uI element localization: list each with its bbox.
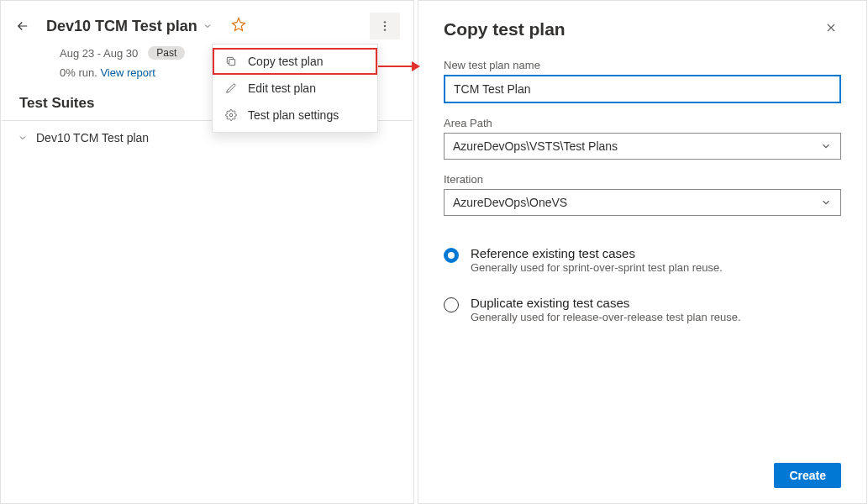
menu-item-label: Edit test plan: [248, 81, 316, 95]
area-path-label: Area Path: [444, 117, 841, 129]
radio-duplicate-existing[interactable]: Duplicate existing test cases Generally …: [444, 296, 841, 323]
svg-point-1: [384, 25, 386, 27]
copy-test-plan-dialog: Copy test plan New test plan name Area P…: [418, 0, 867, 504]
kebab-menu-icon: [378, 19, 392, 33]
radio-title: Duplicate existing test cases: [471, 296, 741, 310]
radio-unselected-icon: [444, 297, 459, 312]
plan-title-text: Dev10 TCM Test plan: [46, 18, 197, 35]
plan-title-dropdown[interactable]: Dev10 TCM Test plan: [39, 14, 219, 39]
radio-title: Reference existing test cases: [471, 246, 723, 260]
radio-selected-icon: [444, 248, 459, 263]
dialog-footer: Create: [444, 453, 841, 488]
menu-item-label: Copy test plan: [248, 55, 324, 68]
date-range-text: Aug 23 - Aug 30: [60, 47, 138, 60]
menu-item-label: Test plan settings: [248, 108, 339, 122]
chevron-down-icon: [203, 21, 213, 31]
close-button[interactable]: [821, 19, 841, 40]
svg-rect-3: [229, 60, 235, 66]
menu-item-edit-test-plan[interactable]: Edit test plan: [213, 75, 377, 102]
dialog-header: Copy test plan: [444, 19, 841, 40]
more-actions-button[interactable]: [370, 13, 400, 39]
dialog-title: Copy test plan: [444, 19, 566, 39]
create-button[interactable]: Create: [774, 463, 841, 488]
favorite-star-icon[interactable]: [231, 17, 246, 36]
svg-point-0: [384, 21, 386, 23]
back-arrow-button[interactable]: [14, 18, 31, 34]
chevron-down-icon: [18, 133, 28, 143]
copy-mode-radio-group: Reference existing test cases Generally …: [444, 246, 841, 323]
radio-reference-existing[interactable]: Reference existing test cases Generally …: [444, 246, 841, 274]
iteration-value: AzureDevOps\OneVS: [453, 196, 567, 209]
view-report-link[interactable]: View report: [100, 66, 155, 79]
close-icon: [824, 21, 838, 34]
area-path-dropdown[interactable]: AzureDevOps\VSTS\Test Plans: [444, 133, 841, 160]
radio-subtitle: Generally used for sprint-over-sprint te…: [471, 261, 723, 274]
plan-header: Dev10 TCM Test plan: [1, 1, 413, 43]
area-path-value: AzureDevOps\VSTS\Test Plans: [453, 139, 618, 153]
iteration-dropdown[interactable]: AzureDevOps\OneVS: [444, 189, 841, 216]
test-plan-name-input[interactable]: [444, 75, 841, 103]
chevron-down-icon: [820, 140, 832, 152]
menu-item-copy-test-plan[interactable]: Copy test plan: [213, 48, 377, 75]
svg-point-2: [384, 29, 386, 30]
suite-name-text: Dev10 TCM Test plan: [36, 131, 149, 144]
past-badge: Past: [148, 46, 185, 60]
run-status-text: 0% run.: [60, 66, 97, 79]
svg-point-4: [229, 113, 233, 117]
chevron-down-icon: [820, 197, 832, 208]
menu-item-test-plan-settings[interactable]: Test plan settings: [213, 102, 377, 129]
name-field-label: New test plan name: [444, 59, 841, 71]
plan-context-menu: Copy test plan Edit test plan Test plan …: [212, 44, 378, 133]
pencil-icon: [224, 81, 238, 95]
iteration-label: Iteration: [444, 173, 841, 186]
arrow-left-icon: [15, 18, 30, 34]
radio-subtitle: Generally used for release-over-release …: [471, 311, 741, 323]
copy-icon: [224, 55, 238, 68]
gear-icon: [224, 108, 238, 122]
